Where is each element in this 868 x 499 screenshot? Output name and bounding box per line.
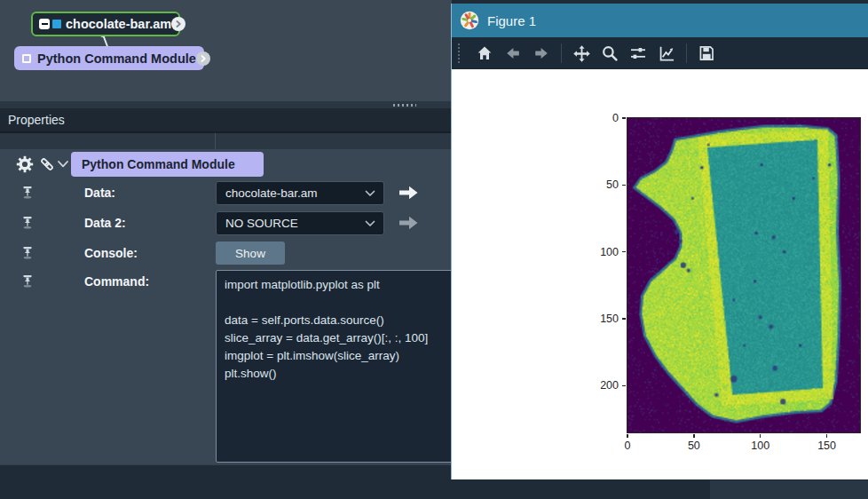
dropdown-value: NO SOURCE [225,217,365,230]
chevron-down-icon [365,220,375,227]
properties-title: Properties [8,113,65,127]
y-tick-mark [622,117,626,118]
x-tick-mark [627,434,627,438]
module-header-row: Python Command Module [0,152,452,177]
figure-toolbar [452,37,868,69]
figure-titlebar[interactable]: Figure 1 [452,4,868,37]
chevron-down-icon [365,190,375,197]
line-chart-icon [658,44,676,63]
x-tick-label: 100 [751,440,769,452]
gear-icon[interactable] [16,154,34,174]
chevron-down-icon[interactable] [57,160,69,169]
properties-panel: Python Command Module Data: chocolate-ba… [0,149,452,464]
y-tick-mark [622,185,626,186]
y-tick-label: 150 [600,313,619,325]
sliders-icon [629,44,647,62]
y-tick-label: 0 [612,112,619,124]
heatmap-image[interactable] [627,117,861,433]
data2-source-dropdown[interactable]: NO SOURCE [216,211,384,235]
node-menu-button[interactable] [171,17,185,31]
field-label: Data 2: [84,216,126,230]
pan-move-icon [572,44,591,63]
properties-column-band [0,133,452,149]
node-label: chocolate-bar.am [66,17,171,31]
chevron-right-icon [199,54,208,63]
x-tick-label: 0 [625,440,631,452]
data-source-dropdown[interactable]: chocolate-bar.am [216,181,384,205]
field-label: Data: [84,186,115,200]
module-icon [22,54,31,63]
properties-header: Properties [0,108,452,133]
matplotlib-logo-icon [460,11,479,30]
node-label: Python Command Module [37,51,196,66]
panel-splitter[interactable] [0,101,452,108]
y-tick-label: 200 [600,379,619,392]
forward-arrow-icon [533,44,550,62]
x-tick-label: 150 [817,440,836,452]
x-tick-label: 50 [688,440,700,452]
property-row-data2: Data 2: NO SOURCE [0,211,452,236]
node-python-command-module[interactable]: Python Command Module [14,46,204,70]
figure-title: Figure 1 [487,13,536,28]
save-button[interactable] [695,42,718,65]
node-chocolate-bar[interactable]: chocolate-bar.am [31,12,180,36]
toolbar-separator [686,44,687,63]
y-tick-label: 100 [600,246,619,258]
pin-icon[interactable] [19,274,36,289]
data-object-icon [52,20,61,28]
home-icon [476,44,493,62]
customize-button[interactable] [655,42,678,65]
field-label: Command: [84,274,149,289]
imshow-plot: 050100150200050100150 [627,118,860,432]
node-editor-pool: chocolate-bar.am Python Command Module [0,0,452,101]
link-icon[interactable] [38,155,56,173]
y-tick-mark [622,318,626,319]
property-row-console: Console: Show [0,242,452,266]
column-divider [215,133,216,149]
zoom-button[interactable] [598,42,621,65]
bottom-bar-right-panel [710,480,868,499]
module-name-field[interactable]: Python Command Module [71,152,264,177]
pin-icon[interactable] [19,216,36,231]
dropdown-value: chocolate-bar.am [225,186,365,200]
connect-arrow-button[interactable] [398,186,419,200]
forward-button[interactable] [530,42,553,65]
x-tick-mark [826,434,827,438]
home-button[interactable] [473,42,496,65]
subplots-button[interactable] [627,42,650,65]
toolbar-separator [561,44,562,63]
figure-window: Figure 1 [451,4,868,479]
property-row-data: Data: chocolate-bar.am [0,181,452,206]
pan-button[interactable] [570,42,593,65]
y-tick-mark [622,385,626,386]
x-tick-mark [693,434,694,438]
y-tick-mark [622,251,626,252]
y-tick-label: 50 [606,178,619,191]
command-textarea[interactable]: import matplotlib.pyplot as plt data = s… [216,270,462,463]
field-label: Console: [84,246,138,260]
save-floppy-icon [698,44,715,62]
chevron-right-icon [174,20,183,28]
splitter-grip-icon [393,104,416,107]
app-root: chocolate-bar.am Python Command Module P… [0,0,868,499]
figure-canvas: 050100150200050100150 [452,69,868,479]
back-arrow-icon [504,44,522,62]
x-tick-mark [760,434,761,438]
connect-arrow-button-disabled[interactable] [398,216,419,230]
toolbar-drag-handle[interactable] [458,44,462,63]
pin-icon[interactable] [19,246,36,261]
collapse-icon[interactable] [39,19,50,29]
pin-icon[interactable] [19,186,36,201]
show-console-button[interactable]: Show [216,242,285,265]
node-menu-button[interactable] [196,51,210,66]
magnifier-icon [601,44,619,62]
back-button[interactable] [501,42,525,65]
